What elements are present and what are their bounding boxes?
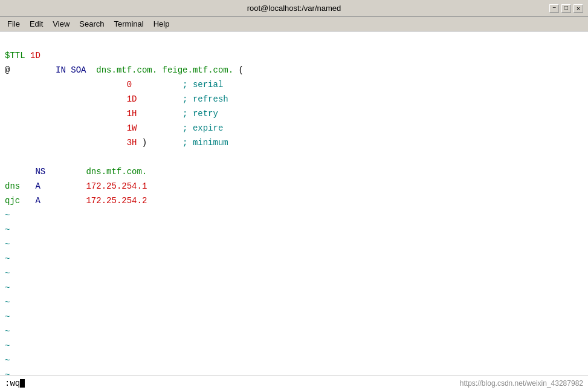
ns-value: dns.mtf.com. xyxy=(86,167,147,177)
serial-value: 0 xyxy=(127,80,132,89)
close-paren: ) xyxy=(142,138,147,148)
tilde-4: ~ xyxy=(5,254,10,264)
menu-search[interactable]: Search xyxy=(74,18,109,30)
keyword-ns: NS xyxy=(35,167,45,177)
command-text: :wq xyxy=(5,379,20,388)
title-bar: root@localhost:/var/named − □ ✕ xyxy=(0,0,588,17)
dns-ip: 172.25.254.1 xyxy=(86,181,147,191)
tilde-3: ~ xyxy=(5,239,10,249)
soa-email: feige.mtf.com. xyxy=(163,65,234,75)
tilde-8: ~ xyxy=(5,312,10,322)
expire-semicolon: ; xyxy=(183,123,187,133)
menu-view[interactable]: View xyxy=(48,18,74,30)
refresh-comment: refresh xyxy=(193,94,228,104)
retry-semicolon: ; xyxy=(183,109,187,119)
menu-terminal[interactable]: Terminal xyxy=(109,18,149,30)
tilde-10: ~ xyxy=(5,341,10,351)
menu-bar: File Edit View Search Terminal Help xyxy=(0,17,588,31)
ttl-keyword: $TTL xyxy=(5,51,25,60)
tilde-12: ~ xyxy=(5,370,10,375)
status-command: :wq xyxy=(5,379,25,388)
status-bar: :wq https://blog.csdn.net/weixin_4328798… xyxy=(0,375,588,390)
qjc-ip: 172.25.254.2 xyxy=(86,196,147,206)
terminal-window: root@localhost:/var/named − □ ✕ File Edi… xyxy=(0,0,588,390)
tilde-11: ~ xyxy=(5,356,10,365)
editor-area[interactable]: $TTL 1D @ IN SOA dns.mtf.com. feige.mtf.… xyxy=(0,31,588,375)
maximize-button[interactable]: □ xyxy=(561,4,571,13)
menu-help[interactable]: Help xyxy=(149,18,175,30)
editor-content: $TTL 1D @ IN SOA dns.mtf.com. feige.mtf.… xyxy=(5,34,583,375)
minimum-comment: minimum xyxy=(193,138,228,148)
tilde-7: ~ xyxy=(5,297,10,307)
minimum-value: 3H xyxy=(127,138,137,148)
soa-primary: dns.mtf.com. xyxy=(96,65,157,75)
keyword-a2: A xyxy=(35,196,40,206)
keyword-a1: A xyxy=(35,181,40,191)
window-title: root@localhost:/var/named xyxy=(247,4,341,13)
keyword-in: IN xyxy=(56,65,66,75)
tilde-6: ~ xyxy=(5,283,10,293)
serial-comment: serial xyxy=(193,80,223,89)
menu-edit[interactable]: Edit xyxy=(25,18,48,30)
retry-value: 1H xyxy=(127,109,137,119)
keyword-soa: SOA xyxy=(71,65,86,75)
cursor xyxy=(20,379,25,388)
ttl-value: 1D xyxy=(30,51,40,60)
open-paren: ( xyxy=(239,65,244,75)
retry-comment: retry xyxy=(193,109,218,119)
at-sign: @ xyxy=(5,65,10,75)
menu-file[interactable]: File xyxy=(2,18,25,30)
tilde-2: ~ xyxy=(5,225,10,235)
refresh-value: 1D xyxy=(127,94,137,104)
dns-hostname: dns xyxy=(5,181,20,191)
tilde-5: ~ xyxy=(5,268,10,278)
minimize-button[interactable]: − xyxy=(549,4,559,13)
qjc-hostname: qjc xyxy=(5,196,20,206)
expire-value: 1W xyxy=(127,123,137,133)
minimum-semicolon: ; xyxy=(183,138,187,148)
refresh-semicolon: ; xyxy=(183,94,187,104)
serial-semicolon: ; xyxy=(183,80,187,89)
status-url: https://blog.csdn.net/weixin_43287982 xyxy=(460,379,583,388)
expire-comment: expire xyxy=(193,123,223,133)
tilde-1: ~ xyxy=(5,210,10,220)
close-button[interactable]: ✕ xyxy=(573,4,583,13)
tilde-9: ~ xyxy=(5,327,10,336)
title-bar-buttons: − □ ✕ xyxy=(549,4,583,13)
